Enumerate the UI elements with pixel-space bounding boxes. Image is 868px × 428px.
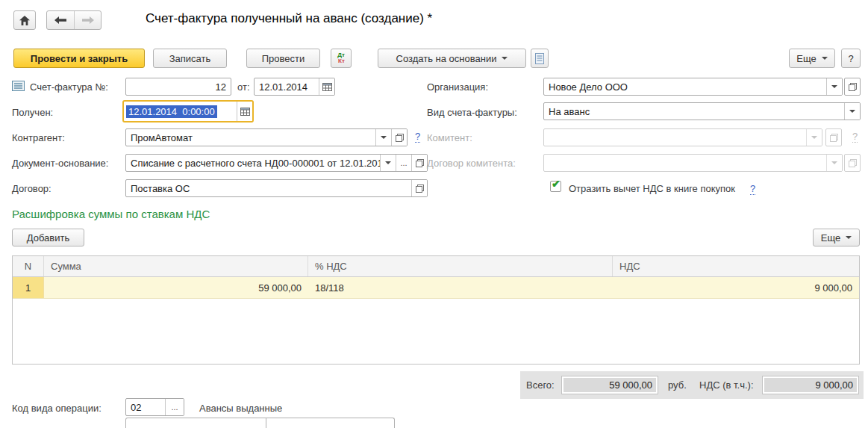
totals-panel: Всего: 59 000,00 руб. НДС (в т.ч.): 9 00… — [520, 371, 864, 399]
chevron-down-icon — [846, 236, 852, 239]
invoice-type-field[interactable]: На аванс — [543, 102, 861, 120]
contract-field[interactable]: Поставка ОС — [125, 179, 428, 197]
organization-dropdown-button[interactable] — [826, 78, 842, 95]
help-button[interactable]: ? — [841, 49, 861, 68]
save-button[interactable]: Записать — [153, 49, 227, 68]
counterparty-dropdown-button[interactable] — [375, 129, 391, 146]
contract-value: Поставка ОС — [126, 180, 411, 196]
calendar-button[interactable] — [237, 102, 252, 121]
post-button[interactable]: Провести — [246, 49, 320, 68]
table-row[interactable]: 1 59 000,00 18/118 9 000,00 — [13, 277, 859, 299]
invoice-type-dropdown-button[interactable] — [844, 103, 860, 120]
consignor-contract-open-button — [844, 154, 861, 172]
toolbar-more-label: Еще — [796, 53, 816, 64]
table-more-label: Еще — [821, 232, 840, 244]
dtkt-postings-button[interactable]: ДтКт — [331, 49, 352, 68]
column-header-vat-rate[interactable]: % НДС — [308, 256, 613, 276]
consignor-value — [544, 129, 806, 146]
operation-code-value: 02 — [126, 399, 165, 415]
dtkt-icon: ДтКт — [337, 52, 345, 64]
from-label: от: — [237, 81, 250, 93]
consignor-dropdown-button — [806, 129, 822, 146]
create-based-on-label: Создать на основании — [396, 53, 497, 64]
received-value: 12.01.2014 0:00:00 — [126, 105, 217, 118]
document-icon — [535, 53, 544, 64]
cell-vat-rate[interactable]: 18/118 — [308, 277, 613, 298]
forward-arrow-icon — [82, 16, 94, 24]
chevron-down-icon — [811, 136, 817, 139]
vat-total-label: НДС (в т.ч.): — [699, 379, 754, 391]
cell-sum[interactable]: 59 000,00 — [44, 277, 308, 298]
open-icon — [849, 159, 857, 167]
calendar-icon — [240, 108, 250, 116]
forward-button[interactable] — [74, 11, 101, 29]
home-button[interactable] — [13, 10, 36, 30]
base-document-field[interactable]: Списание с расчетного счета НД00-000001 … — [125, 154, 428, 172]
invoice-date-field[interactable]: 12.01.2014 — [254, 78, 335, 96]
checkmark-icon: ✔ — [552, 178, 561, 190]
column-header-n[interactable]: N — [13, 256, 44, 276]
counterparty-help-link[interactable]: ? — [415, 131, 420, 143]
consignor-contract-label: Договор комитента: — [427, 158, 516, 169]
organization-open-button[interactable] — [844, 78, 861, 96]
base-document-value: Списание с расчетного счета НД00-000001 … — [126, 155, 380, 171]
document-window: Счет-фактура полученный на аванс (создан… — [0, 0, 868, 428]
vat-breakdown-section-title: Расшифровка суммы по ставкам НДС — [12, 208, 210, 220]
chevron-down-icon — [502, 57, 508, 60]
chevron-down-icon — [831, 85, 837, 88]
base-document-choose-button[interactable]: ... — [396, 155, 411, 171]
list-icon — [12, 81, 25, 91]
open-icon — [830, 134, 838, 142]
invoice-no-field[interactable]: 12 — [125, 78, 231, 96]
contract-open-button[interactable] — [411, 180, 427, 196]
chevron-down-icon — [381, 136, 387, 139]
vat-breakdown-table: N Сумма % НДС НДС 1 59 000,00 18/118 9 0… — [12, 255, 860, 365]
contract-label: Договор: — [12, 183, 51, 194]
invoice-no-label: Счет-фактура №: — [30, 81, 108, 93]
calendar-button[interactable] — [319, 78, 334, 95]
operation-code-description: Авансы выданные — [199, 403, 282, 414]
invoice-type-label: Вид счета-фактуры: — [427, 107, 517, 118]
organization-field[interactable]: Новое Дело ООО — [543, 78, 843, 96]
counterparty-label: Контрагент: — [12, 132, 65, 143]
open-icon — [396, 134, 404, 142]
received-field-focus: 12.01.2014 0:00:00 — [122, 100, 254, 122]
calendar-icon — [322, 83, 332, 91]
base-document-label: Документ-основание: — [12, 158, 108, 169]
table-header-row: N Сумма % НДС НДС — [13, 256, 859, 277]
invoice-no-value: 12 — [126, 78, 231, 95]
table-more-button[interactable]: Еще — [813, 229, 860, 246]
operation-code-label: Код вида операции: — [12, 403, 102, 414]
vat-deduction-help-link[interactable]: ? — [750, 183, 755, 195]
open-icon — [416, 159, 424, 167]
counterparty-field[interactable]: ПромАвтомат — [125, 128, 408, 146]
chevron-down-icon — [849, 110, 855, 113]
currency-label: руб. — [668, 379, 687, 391]
column-header-sum[interactable]: Сумма — [44, 256, 308, 276]
organization-label: Организация: — [427, 81, 488, 93]
operation-code-choose-button[interactable]: ... — [165, 399, 184, 415]
counterparty-value: ПромАвтомат — [126, 129, 375, 146]
received-field[interactable]: 12.01.2014 0:00:00 — [124, 102, 252, 121]
column-header-vat[interactable]: НДС — [613, 256, 859, 276]
total-label: Всего: — [526, 379, 555, 391]
document-report-button[interactable] — [531, 49, 549, 68]
clipped-field — [126, 418, 266, 428]
operation-code-field[interactable]: 02 ... — [125, 398, 184, 416]
counterparty-open-button[interactable] — [391, 129, 407, 146]
base-document-dropdown-button[interactable] — [380, 155, 396, 171]
invoice-type-value: На аванс — [544, 103, 844, 120]
chevron-down-icon — [385, 161, 391, 164]
consignor-field — [543, 128, 822, 146]
vat-deduction-checkbox[interactable]: ✔ — [550, 181, 561, 192]
consignor-contract-value — [544, 155, 826, 171]
add-row-button[interactable]: Добавить — [12, 229, 84, 246]
create-based-on-button[interactable]: Создать на основании — [378, 49, 526, 68]
toolbar-more-button[interactable]: Еще — [789, 49, 835, 68]
cell-vat[interactable]: 9 000,00 — [613, 277, 859, 298]
base-document-open-button[interactable] — [411, 155, 427, 171]
post-and-close-button[interactable]: Провести и закрыть — [13, 49, 145, 68]
consignor-open-button — [825, 128, 842, 146]
back-button[interactable] — [47, 11, 74, 29]
total-amount-field: 59 000,00 — [562, 376, 658, 394]
